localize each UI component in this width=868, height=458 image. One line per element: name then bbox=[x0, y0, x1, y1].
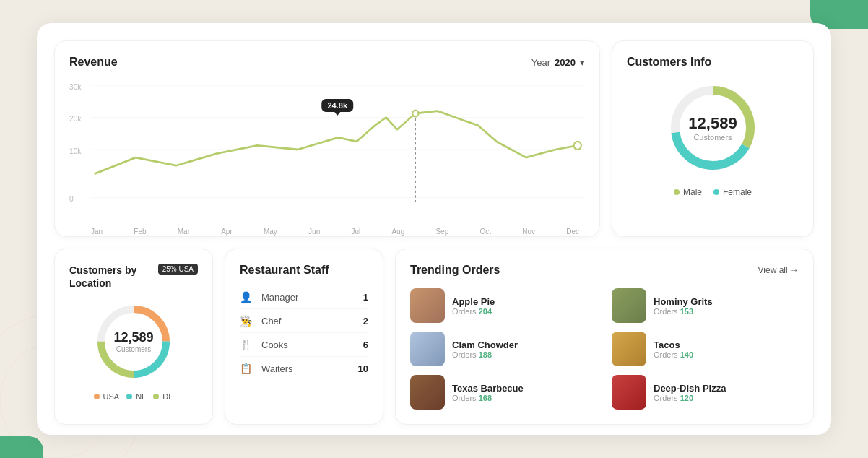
clam-img bbox=[410, 332, 445, 366]
month-oct: Oct bbox=[479, 228, 491, 236]
apple-pie-count: Orders 204 bbox=[452, 307, 495, 316]
customers-donut-container: 12,589 Customers bbox=[627, 77, 799, 178]
chevron-down-icon: ▾ bbox=[580, 57, 585, 68]
cooks-label: Cooks bbox=[261, 340, 363, 350]
list-item: Texas Barbecue Orders 168 bbox=[410, 375, 597, 410]
customers-donut-center: 12,589 Customers bbox=[688, 114, 737, 142]
list-item: Apple Pie Orders 204 bbox=[410, 288, 597, 323]
month-feb: Feb bbox=[134, 228, 146, 236]
location-donut-center: 12,589 Customers bbox=[113, 330, 153, 353]
legend-nl: NL bbox=[126, 392, 146, 401]
location-sub: Customers bbox=[113, 345, 153, 353]
orders-grid: Apple Pie Orders 204 Hominy Grits Orders… bbox=[410, 288, 799, 410]
waiters-label: Waiters bbox=[261, 363, 358, 374]
location-badge: 25% USA bbox=[158, 264, 198, 275]
bottom-row: Customers byLocation 25% USA 12,589 Cust… bbox=[54, 249, 814, 425]
year-selector[interactable]: Year 2020 ▾ bbox=[531, 57, 585, 68]
bbq-name: Texas Barbecue bbox=[452, 383, 524, 394]
month-aug: Aug bbox=[391, 228, 404, 236]
hominy-count: Orders 153 bbox=[654, 307, 713, 316]
bg-accent-bottom bbox=[0, 436, 43, 458]
list-item: Deep-Dish Pizza Orders 120 bbox=[612, 375, 799, 410]
customers-legend: Male Female bbox=[627, 187, 799, 197]
customers-info-card: Customers Info 12,589 Customers bbox=[612, 40, 814, 237]
apple-pie-img bbox=[410, 288, 445, 323]
male-label: Male bbox=[683, 187, 702, 197]
location-donut-container: 12,589 Customers bbox=[69, 298, 198, 385]
list-item: 👤 Manager 1 bbox=[240, 285, 368, 309]
month-jan: Jan bbox=[91, 228, 103, 236]
tacos-img bbox=[612, 332, 646, 366]
location-legend: USA NL DE bbox=[69, 392, 198, 401]
revenue-card: Revenue Year 2020 ▾ 24.8k 30k 20k 10k 0 bbox=[54, 40, 600, 237]
month-dec: Dec bbox=[566, 228, 579, 236]
legend-usa: USA bbox=[94, 392, 120, 401]
svg-text:10k: 10k bbox=[69, 146, 82, 155]
legend-female: Female bbox=[713, 187, 752, 197]
customers-sub: Customers bbox=[688, 133, 737, 142]
bbq-img bbox=[410, 375, 445, 410]
location-card: Customers byLocation 25% USA 12,589 Cust… bbox=[54, 249, 213, 425]
manager-count: 1 bbox=[363, 292, 368, 303]
pizza-img bbox=[612, 375, 646, 410]
de-label: DE bbox=[162, 392, 173, 401]
month-nov: Nov bbox=[522, 228, 535, 236]
cooks-count: 6 bbox=[363, 340, 368, 350]
revenue-chart: 24.8k 30k 20k 10k 0 bbox=[69, 77, 585, 222]
hominy-info: Hominy Grits Orders 153 bbox=[654, 296, 713, 316]
revenue-header: Revenue Year 2020 ▾ bbox=[69, 56, 585, 69]
customers-info-header: Customers Info bbox=[627, 56, 799, 69]
svg-point-13 bbox=[574, 142, 581, 150]
hominy-name: Hominy Grits bbox=[654, 296, 713, 307]
x-axis: Jan Feb Mar Apr May Jun Jul Aug Sep Oct … bbox=[69, 225, 585, 236]
location-header: Customers byLocation 25% USA bbox=[69, 264, 198, 290]
trending-title: Trending Orders bbox=[410, 264, 500, 277]
clam-name: Clam Chowder bbox=[452, 340, 518, 350]
female-label: Female bbox=[723, 187, 752, 197]
trending-card: Trending Orders View all → Apple Pie Ord… bbox=[395, 249, 814, 425]
customers-total: 12,589 bbox=[688, 114, 737, 133]
list-item: 👨‍🍳 Chef 2 bbox=[240, 309, 368, 333]
apple-pie-info: Apple Pie Orders 204 bbox=[452, 296, 495, 316]
svg-text:0: 0 bbox=[69, 194, 74, 204]
female-dot bbox=[713, 189, 719, 195]
list-item: Clam Chowder Orders 188 bbox=[410, 332, 597, 366]
trending-header: Trending Orders View all → bbox=[410, 264, 799, 277]
cooks-icon: 🍴 bbox=[240, 339, 257, 350]
tacos-info: Tacos Orders 140 bbox=[654, 340, 693, 359]
de-dot bbox=[153, 394, 159, 399]
clam-info: Clam Chowder Orders 188 bbox=[452, 340, 518, 359]
location-title: Customers byLocation bbox=[69, 264, 136, 290]
manager-icon: 👤 bbox=[240, 291, 257, 303]
pizza-count: Orders 120 bbox=[654, 394, 726, 402]
pizza-info: Deep-Dish Pizza Orders 120 bbox=[654, 383, 726, 402]
top-row: Revenue Year 2020 ▾ 24.8k 30k 20k 10k 0 bbox=[54, 40, 814, 237]
list-item: 🍴 Cooks 6 bbox=[240, 333, 368, 357]
tacos-name: Tacos bbox=[654, 340, 693, 350]
month-sep: Sep bbox=[435, 228, 448, 236]
month-mar: Mar bbox=[178, 228, 190, 236]
usa-dot bbox=[94, 394, 100, 399]
legend-de: DE bbox=[153, 392, 173, 401]
legend-male: Male bbox=[674, 187, 702, 197]
svg-text:30k: 30k bbox=[69, 82, 82, 91]
month-apr: Apr bbox=[221, 228, 233, 236]
hominy-img bbox=[612, 288, 646, 323]
month-jun: Jun bbox=[308, 228, 320, 236]
revenue-svg: 30k 20k 10k 0 bbox=[69, 77, 585, 222]
month-may: May bbox=[264, 228, 277, 236]
waiters-count: 10 bbox=[358, 363, 368, 374]
month-jul: Jul bbox=[351, 228, 360, 236]
main-card: Revenue Year 2020 ▾ 24.8k 30k 20k 10k 0 bbox=[37, 23, 831, 435]
chef-label: Chef bbox=[261, 316, 363, 327]
staff-title: Restaurant Staff bbox=[240, 264, 329, 276]
revenue-title: Revenue bbox=[69, 56, 118, 69]
view-all-link[interactable]: View all → bbox=[758, 265, 799, 275]
nl-label: NL bbox=[136, 392, 146, 401]
apple-pie-name: Apple Pie bbox=[452, 296, 495, 307]
list-item: 📋 Waiters 10 bbox=[240, 357, 368, 380]
staff-list: 👤 Manager 1 👨‍🍳 Chef 2 🍴 Cooks 6 📋 Waite… bbox=[240, 285, 368, 380]
svg-point-12 bbox=[412, 111, 418, 117]
bbq-count: Orders 168 bbox=[452, 394, 524, 402]
chef-icon: 👨‍🍳 bbox=[240, 315, 257, 327]
